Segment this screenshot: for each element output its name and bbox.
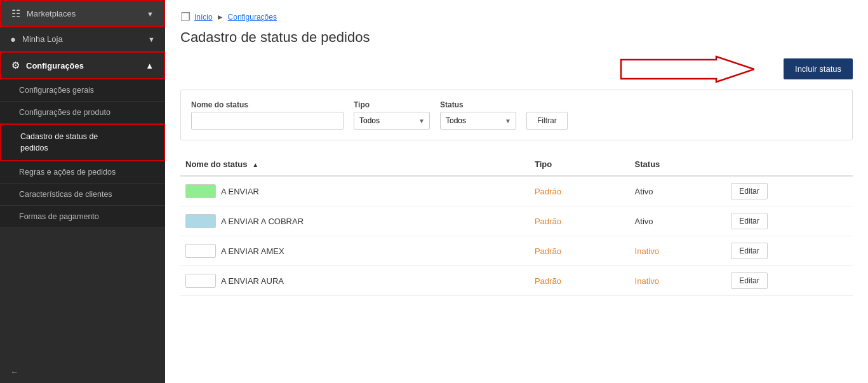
sidebar-item-formas-pagamento[interactable]: Formas de pagamento [0, 206, 165, 228]
filter-box: Nome do status Tipo Todos Padrão Persona… [180, 90, 853, 140]
filter-tipo-label: Tipo [354, 100, 430, 109]
status-text: Ativo [635, 217, 653, 226]
sidebar-item-cadastro-status[interactable]: Cadastro de status depedidos [0, 124, 165, 161]
sidebar-item-config-produto[interactable]: Configurações de produto [0, 102, 165, 124]
tipo-text: Padrão [535, 217, 561, 226]
filter-nome-status-label: Nome do status [191, 100, 344, 109]
table-row: A ENVIAR AMEX Padrão Inativo Editar [180, 236, 853, 266]
edit-button[interactable]: Editar [731, 213, 767, 229]
sidebar-marketplaces-label: Marketplaces [27, 9, 76, 18]
color-swatch [185, 184, 216, 198]
color-swatch [185, 274, 216, 288]
main-content: ❐ Início ► Configurações Cadastro de sta… [165, 0, 868, 383]
chevron-up-icon: ▲ [145, 61, 154, 71]
table-row: A ENVIAR A COBRAR Padrão Ativo Editar [180, 206, 853, 236]
config-icon: ⚙ [11, 60, 20, 71]
sidebar-item-regras-acoes[interactable]: Regras e ações de pedidos [0, 161, 165, 184]
sidebar-item-config-gerais[interactable]: Configurações gerais [0, 79, 165, 102]
sidebar-item-caracteristicas[interactable]: Características de clientes [0, 184, 165, 206]
breadcrumb-configuracoes[interactable]: Configurações [228, 13, 277, 22]
td-status: Ativo [630, 206, 726, 236]
filter-status-wrap: Todos Ativo Inativo ▼ [440, 112, 516, 130]
table-row: A ENVIAR Padrão Ativo Editar [180, 176, 853, 206]
sidebar-item-marketplaces[interactable]: ☷ Marketplaces ▼ [0, 0, 165, 27]
chevron-down-icon: ▼ [148, 36, 155, 43]
td-tipo: Padrão [530, 236, 630, 266]
td-edit: Editar [726, 206, 853, 236]
svg-marker-0 [621, 57, 754, 82]
status-name: A ENVIAR [221, 187, 259, 196]
td-nome: A ENVIAR AURA [180, 266, 530, 296]
sidebar-item-label: Características de clientes [19, 190, 112, 199]
tipo-text: Padrão [535, 187, 561, 196]
color-swatch [185, 244, 216, 258]
sort-icon: ▲ [252, 161, 258, 168]
sidebar-item-label: Configurações de produto [19, 108, 110, 117]
sidebar-config-label: Configurações [26, 61, 84, 71]
status-name: A ENVIAR AURA [221, 276, 284, 286]
td-nome: A ENVIAR [180, 176, 530, 206]
filter-tipo-select[interactable]: Todos Padrão Personalizado [354, 112, 430, 130]
sidebar-item-label: Regras e ações de pedidos [19, 168, 116, 177]
status-name: A ENVIAR A COBRAR [221, 217, 304, 226]
filter-tipo-field: Tipo Todos Padrão Personalizado ▼ [354, 100, 430, 130]
filter-status-label: Status [440, 100, 516, 109]
col-tipo: Tipo [530, 153, 630, 176]
td-status: Inativo [630, 266, 726, 296]
sidebar-item-minha-loja[interactable]: ● Minha Loja ▼ [0, 27, 165, 51]
col-actions [726, 153, 853, 176]
filter-nome-status-input[interactable] [191, 112, 344, 130]
td-nome: A ENVIAR A COBRAR [180, 206, 530, 236]
table-row: A ENVIAR AURA Padrão Inativo Editar [180, 266, 853, 296]
status-text: Inativo [635, 276, 659, 286]
breadcrumb: ❐ Início ► Configurações [180, 10, 853, 24]
color-swatch [185, 214, 216, 228]
red-arrow-annotation [615, 53, 754, 85]
sidebar-item-label: Formas de pagamento [19, 212, 99, 221]
pages-icon: ❐ [180, 10, 190, 24]
sidebar-minha-loja-label: Minha Loja [22, 34, 63, 44]
include-status-button[interactable]: Incluir status [784, 58, 853, 79]
tipo-text: Padrão [535, 276, 561, 286]
content-area: ❐ Início ► Configurações Cadastro de sta… [165, 0, 868, 383]
edit-button[interactable]: Editar [731, 243, 767, 259]
filter-tipo-wrap: Todos Padrão Personalizado ▼ [354, 112, 430, 130]
sidebar-item-label: Cadastro de status depedidos [20, 131, 98, 154]
table-scroll-area: Nome do status ▲ Tipo Status A ENVIAR [180, 153, 853, 296]
edit-button[interactable]: Editar [731, 272, 767, 289]
status-text: Ativo [635, 187, 653, 196]
minha-loja-icon: ● [10, 34, 16, 44]
filter-status-select[interactable]: Todos Ativo Inativo [440, 112, 516, 130]
include-btn-container: Incluir status [180, 58, 853, 79]
td-edit: Editar [726, 236, 853, 266]
td-nome: A ENVIAR AMEX [180, 236, 530, 266]
status-table: Nome do status ▲ Tipo Status A ENVIAR [180, 153, 853, 296]
page-title: Cadastro de status de pedidos [180, 29, 853, 46]
td-status: Ativo [630, 176, 726, 206]
marketplaces-icon: ☷ [11, 8, 20, 20]
edit-button[interactable]: Editar [731, 183, 767, 199]
sidebar-back-btn[interactable]: ← [0, 361, 165, 383]
sidebar-item-label: Configurações gerais [19, 86, 94, 95]
table-header-row: Nome do status ▲ Tipo Status [180, 153, 853, 176]
col-status: Status [630, 153, 726, 176]
breadcrumb-sep: ► [217, 13, 224, 22]
back-icon: ← [10, 367, 18, 377]
breadcrumb-inicio[interactable]: Início [194, 13, 213, 22]
filter-status-field: Status Todos Ativo Inativo ▼ [440, 100, 516, 130]
status-text: Inativo [635, 246, 659, 256]
td-status: Inativo [630, 236, 726, 266]
tipo-text: Padrão [535, 246, 561, 256]
td-edit: Editar [726, 266, 853, 296]
td-edit: Editar [726, 176, 853, 206]
filtrar-button[interactable]: Filtrar [526, 112, 568, 130]
sidebar-submenu-config: Configurações gerais Configurações de pr… [0, 79, 165, 228]
col-nome-status: Nome do status ▲ [180, 153, 530, 176]
sidebar-item-configuracoes[interactable]: ⚙ Configurações ▲ [0, 51, 165, 79]
arrow-svg [615, 53, 754, 85]
td-tipo: Padrão [530, 176, 630, 206]
td-tipo: Padrão [530, 266, 630, 296]
sidebar: ☷ Marketplaces ▼ ● Minha Loja ▼ ⚙ Config… [0, 0, 165, 383]
td-tipo: Padrão [530, 206, 630, 236]
status-name: A ENVIAR AMEX [221, 246, 284, 256]
